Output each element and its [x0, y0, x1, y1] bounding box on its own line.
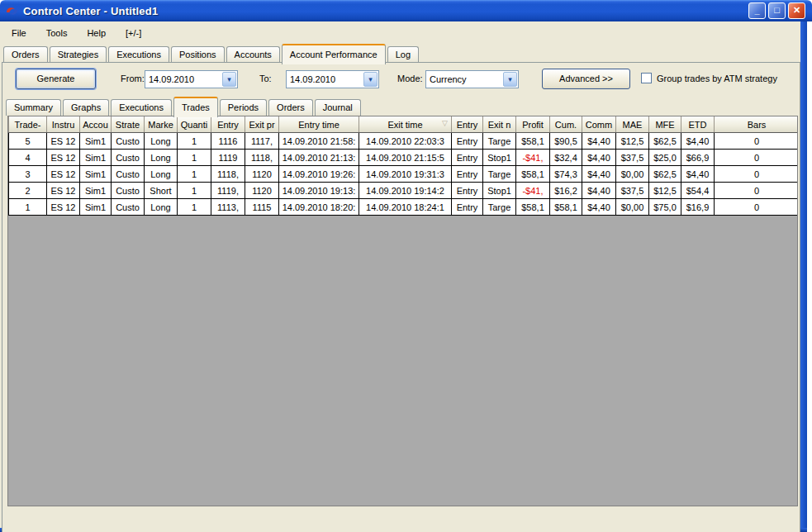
column-header-profit[interactable]: Profit [516, 116, 550, 133]
table-cell[interactable]: $54,4 [681, 183, 715, 199]
table-cell[interactable]: 1113, [211, 199, 245, 216]
title-bar[interactable]: Control Center - Untitled1 _ □ ✕ [0, 0, 812, 21]
table-cell[interactable]: Sim1 [80, 183, 112, 199]
table-cell[interactable]: 3 [9, 166, 47, 183]
table-row[interactable]: 5ES 12Sim1CustoLong111161117,14.09.2010 … [9, 133, 799, 150]
table-cell[interactable]: $0,00 [616, 199, 649, 216]
advanced-button[interactable]: Advanced >> [542, 69, 630, 89]
table-cell[interactable]: 14.09.2010 21:58: [279, 133, 359, 150]
table-cell[interactable]: Entry [452, 166, 483, 183]
table-cell[interactable]: -$41, [516, 183, 550, 199]
table-cell[interactable]: $75,0 [649, 199, 681, 216]
table-cell[interactable]: 2 [9, 183, 47, 199]
table-cell[interactable]: Entry [452, 183, 483, 199]
maximize-button[interactable]: □ [768, 2, 786, 19]
subtab-periods[interactable]: Periods [220, 99, 267, 116]
table-cell[interactable]: 1117, [245, 133, 279, 150]
table-cell[interactable]: 14.09.2010 19:14:2 [359, 183, 452, 199]
column-header-bars[interactable]: Bars [715, 116, 799, 133]
table-cell[interactable]: $58,1 [516, 199, 550, 216]
table-cell[interactable]: 1115 [245, 199, 279, 216]
table-cell[interactable]: 0 [715, 183, 799, 199]
table-cell[interactable]: Custo [112, 166, 145, 183]
menu-tools[interactable]: Tools [46, 26, 79, 40]
table-cell[interactable]: 1119, [211, 183, 245, 199]
table-cell[interactable]: Sim1 [80, 133, 112, 150]
table-cell[interactable]: 14.09.2010 19:26: [279, 166, 359, 183]
chevron-down-icon[interactable]: ▾ [222, 72, 236, 87]
table-cell[interactable]: 1 [178, 133, 211, 150]
table-row[interactable]: 3ES 12Sim1CustoLong11118,112014.09.2010 … [9, 166, 799, 183]
table-cell[interactable]: 1118, [211, 166, 245, 183]
table-cell[interactable]: 1116 [211, 133, 245, 150]
table-cell[interactable]: $12,5 [616, 133, 649, 150]
table-cell[interactable]: Sim1 [80, 199, 112, 216]
table-cell[interactable]: -$41, [516, 150, 550, 166]
table-cell[interactable]: $58,1 [550, 199, 582, 216]
table-cell[interactable]: $90,5 [550, 133, 582, 150]
table-cell[interactable]: $74,3 [550, 166, 582, 183]
table-cell[interactable]: 14.09.2010 21:13: [279, 150, 359, 166]
tab-executions[interactable]: Executions [108, 46, 169, 63]
table-row[interactable]: 1ES 12Sim1CustoLong11113,111514.09.2010 … [9, 199, 799, 216]
table-cell[interactable]: $58,1 [516, 166, 550, 183]
table-cell[interactable]: $4,40 [582, 133, 616, 150]
table-cell[interactable]: 1 [178, 166, 211, 183]
tab-strategies[interactable]: Strategies [50, 46, 107, 63]
table-cell[interactable]: 0 [715, 133, 799, 150]
table-cell[interactable]: Custo [112, 199, 145, 216]
column-header-entry[interactable]: Entry [452, 116, 483, 133]
table-row[interactable]: 4ES 12Sim1CustoLong111191118,14.09.2010 … [9, 150, 799, 166]
column-header-exit-pr[interactable]: Exit pr [245, 116, 279, 133]
chevron-down-icon[interactable]: ▾ [503, 72, 517, 87]
table-cell[interactable]: Stop1 [483, 150, 516, 166]
table-cell[interactable]: 14.09.2010 18:24:1 [359, 199, 452, 216]
generate-button[interactable]: Generate [16, 69, 96, 89]
chevron-down-icon[interactable]: ▾ [363, 72, 378, 87]
tab-positions[interactable]: Positions [171, 46, 225, 63]
table-cell[interactable]: $16,2 [550, 183, 582, 199]
table-cell[interactable]: Entry [452, 150, 483, 166]
column-header-cum-[interactable]: Cum. [550, 116, 582, 133]
table-cell[interactable]: 14.09.2010 18:20: [279, 199, 359, 216]
table-cell[interactable]: 4 [9, 150, 47, 166]
table-cell[interactable]: $66,9 [681, 150, 715, 166]
tab-accounts[interactable]: Accounts [226, 46, 280, 63]
table-cell[interactable]: $4,40 [582, 199, 616, 216]
tab-account-performance[interactable]: Account Performance [282, 44, 386, 64]
table-cell[interactable]: Long [145, 150, 178, 166]
subtab-executions[interactable]: Executions [111, 99, 172, 116]
table-cell[interactable]: Long [145, 199, 178, 216]
table-cell[interactable]: Custo [112, 133, 145, 150]
table-cell[interactable]: $4,40 [582, 150, 616, 166]
table-cell[interactable]: Sim1 [80, 150, 112, 166]
table-cell[interactable]: $32,4 [550, 150, 582, 166]
table-cell[interactable]: ES 12 [47, 166, 80, 183]
table-cell[interactable]: $4,40 [681, 133, 715, 150]
column-header-exit-time[interactable]: Exit time▽ [359, 116, 452, 133]
table-cell[interactable]: 1120 [245, 166, 279, 183]
table-cell[interactable]: 1118, [245, 150, 279, 166]
table-cell[interactable]: Short [145, 183, 178, 199]
table-cell[interactable]: Entry [452, 199, 483, 216]
table-cell[interactable]: 1120 [245, 183, 279, 199]
table-cell[interactable]: $37,5 [616, 150, 649, 166]
close-button[interactable]: ✕ [788, 2, 805, 19]
column-header-marke[interactable]: Marke [145, 116, 178, 133]
column-header-comm[interactable]: Comm [582, 116, 616, 133]
column-header-entry[interactable]: Entry [211, 116, 245, 133]
column-header-mae[interactable]: MAE [616, 116, 649, 133]
tab-log[interactable]: Log [387, 46, 419, 63]
table-cell[interactable]: Long [145, 133, 178, 150]
subtab-orders[interactable]: Orders [268, 99, 313, 116]
table-cell[interactable]: Targe [483, 133, 516, 150]
to-date-combobox[interactable]: 14.09.2010 ▾ [286, 70, 379, 88]
subtab-graphs[interactable]: Graphs [63, 99, 109, 116]
tab-orders[interactable]: Orders [3, 46, 48, 63]
menu-plus-minus[interactable]: [+/-] [126, 26, 153, 40]
group-trades-checkbox[interactable] [641, 73, 652, 83]
table-cell[interactable]: ES 12 [47, 183, 80, 199]
table-cell[interactable]: $37,5 [616, 183, 649, 199]
table-cell[interactable]: 1119 [211, 150, 245, 166]
table-cell[interactable]: 14.09.2010 19:13: [279, 183, 359, 199]
